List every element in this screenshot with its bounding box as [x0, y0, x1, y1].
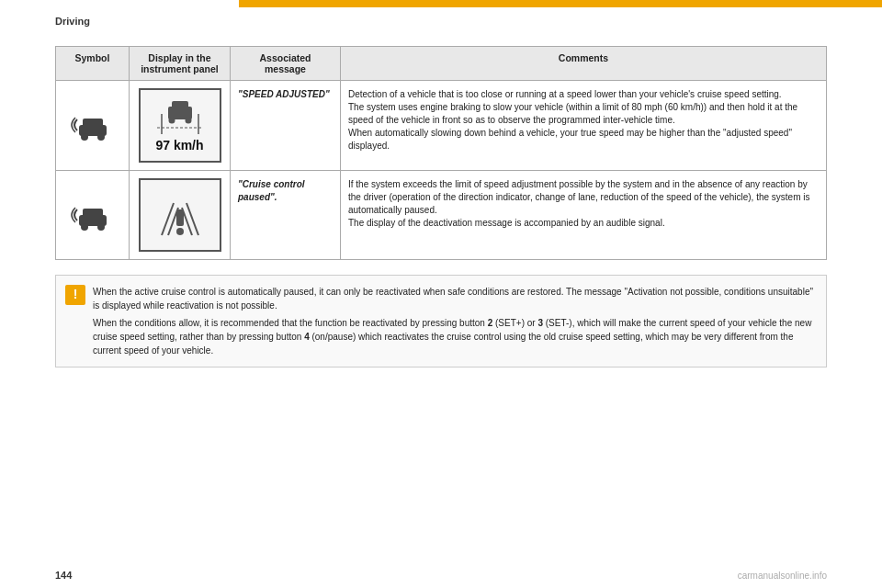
col-header-symbol: Symbol [56, 47, 130, 81]
comments-cell-2: If the system exceeds the limit of speed… [341, 170, 827, 259]
display-cell-1: 97 km/h [130, 81, 231, 171]
col-header-display: Display in the instrument panel [130, 47, 231, 81]
table-row: "Cruise control paused". If the system e… [56, 170, 827, 259]
display-icon-1 [148, 96, 212, 137]
adaptive-cruise-symbol-2 [70, 192, 116, 238]
comments-text-2: If the system exceeds the limit of speed… [348, 179, 810, 228]
warning-text-1: When the active cruise control is automa… [93, 285, 813, 312]
comments-cell-1: Detection of a vehicle that is too close… [341, 81, 827, 171]
message-cell-1: "SPEED ADJUSTED" [231, 81, 341, 171]
svg-rect-7 [172, 101, 188, 110]
message-text-2: "Cruise control paused". [238, 179, 305, 202]
panel-display-2 [139, 178, 221, 252]
section-title: Driving [55, 16, 90, 27]
panel-display-1: 97 km/h [139, 88, 221, 163]
svg-rect-19 [176, 209, 184, 226]
warning-icon: ! [65, 285, 85, 305]
svg-line-17 [187, 203, 198, 235]
warning-text-2: When the conditions allow, it is recomme… [93, 316, 813, 357]
col-header-comments: Comments [341, 47, 827, 81]
warning-box: ! When the active cruise control is auto… [55, 275, 827, 368]
symbol-cell-2 [56, 170, 130, 259]
symbol-icon-wrapper-2 [63, 178, 121, 252]
message-text-1: "SPEED ADJUSTED" [238, 89, 330, 99]
svg-rect-12 [83, 209, 103, 218]
table-row: 97 km/h "SPEED ADJUSTED" Detection of a … [56, 81, 827, 171]
display-cell-2 [130, 170, 231, 259]
display-icon-2 [148, 189, 212, 240]
adaptive-cruise-symbol-1 [70, 102, 116, 148]
svg-point-9 [185, 118, 191, 124]
col-header-message: Associated message [231, 47, 341, 81]
watermark: carmanualsonline.info [738, 571, 827, 581]
svg-point-14 [97, 223, 105, 231]
info-table: Symbol Display in the instrument panel A… [55, 46, 827, 260]
comments-text-1: Detection of a vehicle that is too close… [348, 89, 797, 151]
svg-point-13 [81, 223, 88, 231]
svg-point-20 [176, 228, 184, 235]
speed-display: 97 km/h [155, 137, 203, 155]
symbol-icon-wrapper-1 [63, 88, 121, 162]
main-content: Symbol Display in the instrument panel A… [55, 46, 827, 560]
message-cell-2: "Cruise control paused". [231, 170, 341, 259]
page-number: 144 [55, 570, 72, 581]
svg-point-2 [81, 133, 88, 141]
top-accent-bar [239, 0, 882, 7]
svg-rect-1 [83, 119, 103, 128]
svg-point-8 [168, 118, 175, 124]
symbol-cell-1 [56, 81, 130, 171]
svg-point-3 [97, 133, 105, 141]
page-header: Driving [55, 7, 882, 35]
svg-line-15 [162, 203, 174, 235]
